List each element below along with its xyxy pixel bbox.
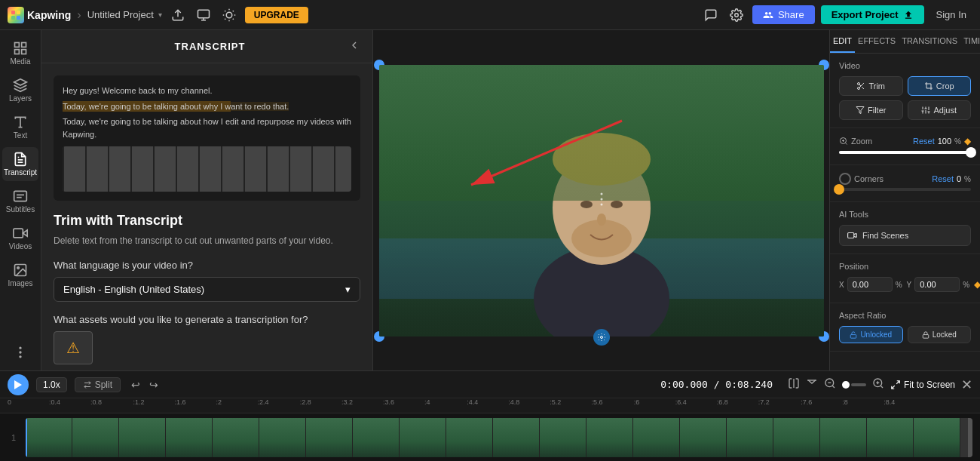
video-section-title: Video: [839, 61, 971, 70]
svg-marker-55: [856, 107, 864, 114]
sidebar-item-text[interactable]: Text: [2, 110, 38, 144]
corners-reset-button[interactable]: Reset: [932, 174, 954, 183]
sidebar-item-images[interactable]: Images: [2, 258, 38, 292]
upload-button[interactable]: [168, 5, 188, 25]
svg-point-49: [600, 203, 602, 205]
timeline-ruler: 0 :0.4 :0.8 :1.2 :1.6 :2 :2.4 :2.8 :3.2 …: [0, 398, 980, 413]
video-area: [373, 30, 829, 370]
trim-timeline-button[interactable]: [806, 377, 818, 392]
upgrade-button[interactable]: UPGRADE: [245, 7, 308, 23]
ruler-mark-6: :2.4: [258, 398, 269, 406]
sidebar-label-media: Media: [10, 57, 30, 66]
position-diamond-icon: ◆: [974, 279, 980, 290]
export-button[interactable]: Export Project: [821, 5, 924, 24]
find-scenes-button[interactable]: Find Scenes: [839, 225, 971, 246]
filter-label: Filter: [868, 106, 886, 115]
speed-value: 1.0x: [43, 380, 60, 390]
app-logo: Kapwing: [8, 7, 71, 23]
tab-transitions[interactable]: TRANSITIONS: [899, 30, 960, 53]
zoom-pct: %: [954, 137, 961, 146]
crop-icon: [924, 81, 933, 91]
transcript-panel: TRANSCRIPT Hey guys! Welcome back to my …: [41, 30, 373, 370]
three-dots-menu[interactable]: [593, 190, 611, 211]
topbar: Kapwing › Untitled Project ▾ UPGRADE Sha…: [0, 0, 980, 30]
filter-button[interactable]: Filter: [839, 100, 903, 120]
logo-icon: [8, 7, 24, 23]
collapse-button[interactable]: [348, 39, 360, 54]
asset-item[interactable]: ⚠: [54, 331, 93, 364]
ruler-mark-9: :3.6: [383, 398, 394, 406]
zoom-slider[interactable]: [839, 151, 971, 154]
adjust-button[interactable]: Adjust: [908, 100, 972, 120]
video-icon: [13, 226, 28, 241]
zoom-toggle[interactable]: [842, 381, 866, 389]
corners-toggle[interactable]: [839, 173, 851, 185]
video-track[interactable]: [26, 418, 972, 457]
signin-button[interactable]: Sign In: [930, 6, 972, 23]
timeline-track-area: 1: [0, 413, 980, 461]
time-display: 0:00.000 / 0:08.240: [660, 379, 773, 390]
share-button[interactable]: Share: [752, 5, 815, 24]
x-value: 0.00: [853, 280, 868, 289]
close-timeline-button[interactable]: ✕: [961, 376, 972, 393]
export-label: Export Project: [831, 9, 899, 20]
ruler-mark-2: :0.8: [90, 398, 102, 406]
tab-edit[interactable]: EDIT: [830, 30, 855, 53]
trim-button[interactable]: Trim: [839, 76, 903, 96]
crop-button[interactable]: Crop: [908, 76, 972, 96]
split-button[interactable]: Split: [75, 377, 121, 392]
sidebar-item-layers[interactable]: Layers: [2, 73, 38, 107]
handle-bottom-center[interactable]: [593, 329, 610, 346]
zoom-minus-button[interactable]: [824, 377, 836, 392]
ruler-mark-17: :6.8: [717, 398, 728, 406]
play-button[interactable]: [8, 374, 29, 395]
locked-button[interactable]: Locked: [908, 326, 972, 343]
monitor-button[interactable]: [194, 5, 213, 25]
sidebar-item-media[interactable]: Media: [2, 36, 38, 70]
fit-to-screen-button[interactable]: Fit to Screen: [890, 380, 955, 390]
sidebar-item-more[interactable]: [2, 340, 38, 364]
track-number: 1: [8, 433, 20, 442]
svg-line-54: [860, 85, 862, 86]
y-field[interactable]: 0.00: [914, 277, 960, 292]
ruler-mark-10: :4: [424, 398, 430, 406]
breadcrumb: Untitled Project ▾: [87, 9, 162, 20]
main-area: Media Layers Text Transcript Subtitles V…: [0, 30, 980, 370]
split-tool-button[interactable]: [788, 377, 800, 392]
zoom-plus-button[interactable]: [872, 377, 884, 392]
brightness-button[interactable]: [219, 5, 239, 25]
breadcrumb-sep: ›: [77, 8, 81, 22]
unlocked-button[interactable]: Unlocked: [839, 326, 903, 343]
svg-rect-5: [198, 10, 209, 18]
svg-rect-0: [11, 11, 15, 14]
language-select[interactable]: English - English (United States) ▾: [54, 277, 360, 302]
settings-button[interactable]: [727, 5, 746, 25]
playhead[interactable]: [26, 418, 27, 457]
tab-timing[interactable]: TIMING: [960, 30, 980, 53]
sidebar-item-transcript[interactable]: Transcript: [2, 147, 38, 181]
trim-icon: [856, 81, 865, 91]
x-field[interactable]: 0.00: [847, 277, 893, 292]
ruler-mark-19: :7.6: [801, 398, 812, 406]
zoom-reset-button[interactable]: Reset: [913, 137, 935, 146]
sidebar-item-subtitles[interactable]: Subtitles: [2, 184, 38, 218]
comments-button[interactable]: [701, 5, 721, 25]
ruler-mark-11: :4.4: [467, 398, 478, 406]
sidebar-label-layers: Layers: [9, 94, 32, 103]
aspect-ratio-title: Aspect Ratio: [839, 311, 971, 320]
svg-point-34: [20, 352, 21, 353]
corners-slider[interactable]: [839, 188, 971, 191]
thumb-frame-4: [166, 418, 213, 457]
y-label: Y: [907, 281, 912, 289]
thumb-frame-7: [306, 418, 353, 457]
thumb-frame-1: [26, 418, 72, 457]
undo-button[interactable]: ↩: [128, 377, 143, 392]
thumb-frame-9: [400, 418, 446, 457]
sidebar-item-videos[interactable]: Videos: [2, 221, 38, 255]
redo-button[interactable]: ↪: [146, 377, 161, 392]
find-scenes-label: Find Scenes: [862, 231, 908, 240]
zoom-section: Zoom Reset 100 % ◆: [830, 128, 980, 165]
track-end-handle[interactable]: [968, 418, 972, 457]
tab-effects[interactable]: EFFECTS: [855, 30, 899, 53]
speed-badge[interactable]: 1.0x: [36, 377, 67, 392]
